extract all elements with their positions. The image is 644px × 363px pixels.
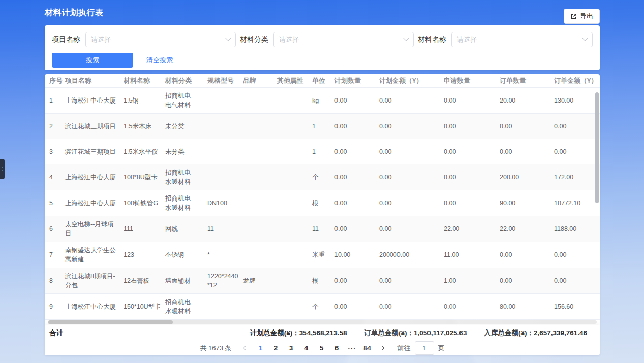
- table-cell: 20.00: [500, 88, 554, 114]
- table-row: 9上海松江中心大厦150*10U型卡招商机电 水暖材料个0.000.000.00…: [45, 294, 600, 320]
- table-panel: 序号项目名称材料名称材料分类规格型号品牌其他属性单位计划数量计划金额（¥）申请数…: [45, 74, 600, 355]
- table-cell: 0.00: [554, 268, 600, 294]
- material-category-select[interactable]: 请选择: [273, 32, 414, 47]
- table-cell: 7: [45, 242, 65, 268]
- table-cell: 0.00: [334, 216, 379, 242]
- summary-label: 合计: [49, 328, 63, 338]
- table-cell: 0.00: [379, 164, 444, 190]
- column-header: 订单金额（¥）: [554, 74, 600, 88]
- table-cell: 根: [312, 268, 334, 294]
- table-cell: [207, 294, 243, 320]
- table-cell: 龙牌: [243, 268, 277, 294]
- materials-table: 序号项目名称材料名称材料分类规格型号品牌其他属性单位计划数量计划金额（¥）申请数…: [45, 74, 600, 320]
- export-button[interactable]: 导出: [564, 9, 600, 24]
- table-cell: 招商机电 水暖材料: [165, 164, 207, 190]
- export-icon: [570, 13, 577, 20]
- summary-row: 合计 计划总金额(¥)：354,568,213.58订单总金额(¥)：1,050…: [45, 325, 600, 341]
- project-name-select[interactable]: 请选择: [85, 32, 236, 47]
- table-row: 8滨江花城8期项目-分包12石膏板墙面辅材1220*2440*12龙牌根0.00…: [45, 268, 600, 294]
- column-header: 材料名称: [124, 74, 165, 88]
- column-header: 品牌: [243, 74, 277, 88]
- page-ellipsis[interactable]: ···: [345, 341, 360, 355]
- table-cell: 200.00: [500, 164, 554, 190]
- table-body: 1上海松江中心大厦1.5钢招商机电 电气材料kg0.000.000.0020.0…: [45, 88, 600, 320]
- chevron-left-icon: [243, 346, 249, 351]
- side-drawer-handle[interactable]: ⋮: [0, 159, 5, 179]
- table-cell: 8: [45, 268, 65, 294]
- table-cell: 0.00: [334, 164, 379, 190]
- table-cell: 22.00: [500, 216, 554, 242]
- table-cell: 个: [312, 294, 334, 320]
- column-header: 计划金额（¥）: [379, 74, 444, 88]
- table-cell: 招商机电 电气材料: [165, 88, 207, 114]
- table-cell: 0.00: [334, 268, 379, 294]
- table-cell: 123: [124, 242, 165, 268]
- page-title: 材料计划执行表: [45, 8, 104, 18]
- page-number[interactable]: 84: [360, 341, 375, 355]
- table-cell: 0.00: [334, 114, 379, 139]
- search-button[interactable]: 搜索: [52, 53, 133, 68]
- table-cell: 0.00: [379, 268, 444, 294]
- column-header: 其他属性: [277, 74, 312, 88]
- page-number[interactable]: 4: [299, 341, 314, 355]
- goto-suffix: 页: [438, 344, 445, 353]
- table-cell: 0.00: [334, 88, 379, 114]
- vertical-scrollbar-thumb[interactable]: [595, 92, 599, 203]
- table-cell: 100*8U型卡: [124, 164, 165, 190]
- project-name-label: 项目名称: [52, 35, 80, 44]
- table-cell: kg: [312, 88, 334, 114]
- table-cell: [277, 88, 312, 114]
- next-page-button[interactable]: [375, 346, 389, 350]
- summary-totals: 计划总金额(¥)：354,568,213.58订单总金额(¥)：1,050,11…: [250, 328, 587, 338]
- column-header: 项目名称: [65, 74, 124, 88]
- table-cell: 0.00: [379, 88, 444, 114]
- column-header: 材料分类: [165, 74, 207, 88]
- table-cell: 1: [312, 114, 334, 139]
- table-cell: 11: [207, 216, 243, 242]
- title-bar: 材料计划执行表 导出: [45, 0, 600, 25]
- clear-search-link[interactable]: 清空搜索: [146, 56, 173, 65]
- page-number[interactable]: 6: [329, 341, 345, 355]
- material-name-select[interactable]: 请选择: [451, 32, 593, 47]
- summary-item: 计划总金额(¥)：354,568,213.58: [250, 328, 347, 338]
- horizontal-scrollbar[interactable]: [48, 320, 597, 324]
- chevron-right-icon: [380, 346, 385, 351]
- table-cell: 1188.00: [554, 216, 600, 242]
- table-cell: 0.00: [379, 139, 444, 164]
- export-button-label: 导出: [580, 12, 593, 21]
- table-cell: 156.60: [554, 294, 600, 320]
- table-cell: *: [207, 242, 243, 268]
- page-number[interactable]: 5: [314, 341, 329, 355]
- table-cell: 0.00: [379, 114, 444, 139]
- page-number[interactable]: 1: [253, 341, 268, 355]
- table-cell: 6: [45, 216, 65, 242]
- table-row: 5上海松江中心大厦100铸铁管G招商机电 水暖材料DN100根0.000.000…: [45, 190, 600, 216]
- table-cell: [243, 164, 277, 190]
- filter-field-project: 项目名称 请选择: [52, 32, 236, 47]
- table-cell: [277, 164, 312, 190]
- table-cell: 不锈钢: [165, 242, 207, 268]
- page-list: 123456···84: [253, 341, 375, 355]
- table-cell: 22.00: [444, 216, 500, 242]
- table-cell: [277, 294, 312, 320]
- table-cell: 0.00: [444, 114, 500, 139]
- table-cell: [277, 139, 312, 164]
- horizontal-scrollbar-thumb[interactable]: [48, 320, 173, 324]
- prev-page-button[interactable]: [239, 346, 253, 350]
- table-cell: 0.00: [334, 139, 379, 164]
- table-cell: [277, 216, 312, 242]
- goto-page-input[interactable]: [415, 341, 434, 355]
- table-cell: 0.00: [444, 190, 500, 216]
- table-cell: 墙面辅材: [165, 268, 207, 294]
- summary-item: 入库总金额(¥)：2,657,339,761.46: [484, 328, 587, 338]
- page-number[interactable]: 3: [284, 341, 299, 355]
- table-cell: 111: [124, 216, 165, 242]
- column-header: 序号: [45, 74, 65, 88]
- table-cell: 0.00: [379, 190, 444, 216]
- table-cell: 1.00: [444, 268, 500, 294]
- table-cell: 11: [312, 216, 334, 242]
- table-cell: 0.00: [554, 139, 600, 164]
- table-cell: [243, 242, 277, 268]
- page-number[interactable]: 2: [268, 341, 284, 355]
- table-cell: 招商机电 水暖材料: [165, 294, 207, 320]
